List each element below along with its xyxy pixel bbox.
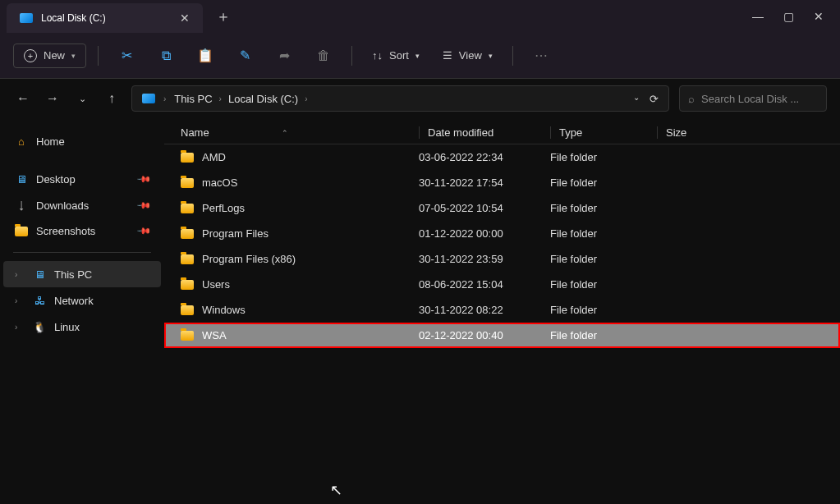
sidebar-item-desktop[interactable]: 🖥Desktop📌 bbox=[3, 166, 161, 192]
window-controls: — ▢ ✕ bbox=[752, 10, 840, 23]
titlebar: Local Disk (C:) ✕ ＋ — ▢ ✕ bbox=[0, 0, 840, 33]
sidebar-label: Desktop bbox=[36, 173, 76, 186]
file-date: 01-12-2022 00:00 bbox=[419, 227, 550, 240]
folder-icon bbox=[181, 280, 194, 290]
close-button[interactable]: ✕ bbox=[814, 10, 824, 23]
file-type: File folder bbox=[550, 176, 657, 189]
sort-button[interactable]: ↑↓ Sort ▾ bbox=[364, 44, 428, 66]
divider bbox=[13, 252, 151, 253]
linux-icon: 🐧 bbox=[33, 320, 46, 333]
breadcrumb-item[interactable]: Local Disk (C:) bbox=[228, 93, 298, 105]
network-icon: 🖧 bbox=[33, 294, 46, 307]
toolbar: + New ▾ ✂ ⧉ 📋 ✎ ➦ 🗑 ↑↓ Sort ▾ ☰ View ▾ ⋯ bbox=[0, 33, 840, 79]
download-icon: ⭣ bbox=[15, 199, 28, 212]
new-button[interactable]: + New ▾ bbox=[13, 44, 86, 68]
table-row[interactable]: Program Files01-12-2022 00:00File folder bbox=[164, 221, 840, 246]
column-size[interactable]: Size bbox=[657, 126, 723, 139]
delete-icon[interactable]: 🗑 bbox=[307, 41, 340, 71]
file-name: Users bbox=[202, 278, 230, 291]
file-name: Windows bbox=[202, 304, 246, 316]
new-label: New bbox=[44, 49, 65, 62]
monitor-icon: 🖥 bbox=[15, 172, 28, 186]
divider bbox=[512, 46, 513, 66]
chevron-right-icon: › bbox=[163, 94, 166, 103]
plus-icon: + bbox=[24, 49, 37, 62]
sort-ascending-icon: ⌃ bbox=[282, 129, 288, 137]
file-date: 08-06-2022 15:04 bbox=[419, 278, 550, 291]
tab-title: Local Disk (C:) bbox=[41, 12, 106, 24]
pc-icon: 🖥 bbox=[33, 268, 46, 281]
chevron-right-icon: › bbox=[305, 94, 307, 103]
sidebar-item-screenshots[interactable]: Screenshots📌 bbox=[3, 218, 161, 244]
search-box[interactable]: ⌕ Search Local Disk ... bbox=[679, 85, 827, 112]
file-date: 30-11-2022 08:22 bbox=[419, 304, 550, 316]
table-row[interactable]: WSA02-12-2022 00:40File folder bbox=[164, 323, 840, 348]
refresh-icon[interactable]: ⟳ bbox=[650, 93, 659, 105]
drive-icon bbox=[20, 13, 33, 23]
close-tab-icon[interactable]: ✕ bbox=[180, 11, 190, 25]
file-name: macOS bbox=[202, 176, 237, 189]
column-headers: Name ⌃ Date modified Type Size bbox=[164, 118, 840, 144]
sidebar-item-home[interactable]: ⌂ Home bbox=[3, 128, 161, 154]
back-button[interactable]: ← bbox=[13, 91, 33, 106]
file-name: PerfLogs bbox=[202, 202, 245, 214]
column-date[interactable]: Date modified bbox=[419, 126, 550, 139]
sidebar-item-this-pc[interactable]: ›🖥This PC bbox=[3, 261, 161, 287]
maximize-button[interactable]: ▢ bbox=[783, 10, 794, 23]
chevron-down-icon: ▾ bbox=[415, 52, 420, 60]
recent-button[interactable]: ⌄ bbox=[72, 94, 92, 104]
file-list: Name ⌃ Date modified Type Size AMD03-06-… bbox=[164, 118, 840, 504]
folder-icon bbox=[181, 305, 194, 315]
folder-icon bbox=[181, 153, 194, 163]
rename-icon[interactable]: ✎ bbox=[228, 41, 261, 71]
file-type: File folder bbox=[550, 278, 657, 291]
paste-icon[interactable]: 📋 bbox=[189, 41, 222, 71]
address-bar[interactable]: › This PC › Local Disk (C:) › ⌄ ⟳ bbox=[131, 85, 669, 112]
sidebar-label: This PC bbox=[54, 268, 92, 281]
sidebar: ⌂ Home 🖥Desktop📌⭣Downloads📌Screenshots📌 … bbox=[0, 118, 164, 504]
search-icon: ⌕ bbox=[688, 93, 695, 105]
sidebar-item-downloads[interactable]: ⭣Downloads📌 bbox=[3, 192, 161, 218]
folder-icon bbox=[181, 178, 194, 188]
pin-icon: 📌 bbox=[135, 171, 151, 186]
table-row[interactable]: AMD03-06-2022 22:34File folder bbox=[164, 144, 840, 170]
table-row[interactable]: PerfLogs07-05-2022 10:54File folder bbox=[164, 195, 840, 221]
new-tab-button[interactable]: ＋ bbox=[216, 7, 231, 26]
search-placeholder: Search Local Disk ... bbox=[701, 93, 799, 105]
pin-icon: 📌 bbox=[135, 197, 151, 213]
file-type: File folder bbox=[550, 329, 657, 341]
view-icon: ☰ bbox=[443, 49, 452, 62]
cut-icon[interactable]: ✂ bbox=[110, 41, 143, 71]
table-row[interactable]: macOS30-11-2022 17:54File folder bbox=[164, 170, 840, 195]
column-type[interactable]: Type bbox=[550, 126, 657, 139]
file-date: 30-11-2022 23:59 bbox=[419, 253, 550, 265]
breadcrumb: This PC › Local Disk (C:) › bbox=[174, 93, 307, 105]
table-row[interactable]: Windows30-11-2022 08:22File folder bbox=[164, 297, 840, 323]
minimize-button[interactable]: — bbox=[752, 10, 764, 23]
column-name[interactable]: Name ⌃ bbox=[181, 126, 419, 139]
file-type: File folder bbox=[550, 227, 657, 240]
chevron-down-icon[interactable]: ⌄ bbox=[633, 93, 640, 105]
chevron-right-icon: › bbox=[219, 94, 222, 103]
up-button[interactable]: ↑ bbox=[102, 91, 122, 106]
view-button[interactable]: ☰ View ▾ bbox=[434, 44, 501, 66]
breadcrumb-item[interactable]: This PC bbox=[174, 93, 212, 105]
copy-icon[interactable]: ⧉ bbox=[149, 41, 182, 71]
chevron-right-icon: › bbox=[15, 270, 25, 279]
chevron-right-icon: › bbox=[15, 296, 25, 305]
file-date: 07-05-2022 10:54 bbox=[419, 202, 550, 214]
table-row[interactable]: Users08-06-2022 15:04File folder bbox=[164, 272, 840, 297]
sidebar-item-linux[interactable]: ›🐧Linux bbox=[3, 314, 161, 340]
sidebar-label: Linux bbox=[54, 321, 80, 333]
window-tab[interactable]: Local Disk (C:) ✕ bbox=[7, 3, 203, 33]
file-name: Program Files bbox=[202, 227, 269, 240]
sidebar-item-network[interactable]: ›🖧Network bbox=[3, 287, 161, 314]
file-type: File folder bbox=[550, 253, 657, 265]
chevron-down-icon: ▾ bbox=[489, 52, 493, 60]
share-icon[interactable]: ➦ bbox=[268, 41, 301, 71]
sidebar-label: Screenshots bbox=[36, 225, 95, 237]
more-icon[interactable]: ⋯ bbox=[525, 41, 558, 71]
forward-button[interactable]: → bbox=[43, 91, 62, 106]
table-row[interactable]: Program Files (x86)30-11-2022 23:59File … bbox=[164, 246, 840, 272]
divider bbox=[351, 46, 352, 66]
